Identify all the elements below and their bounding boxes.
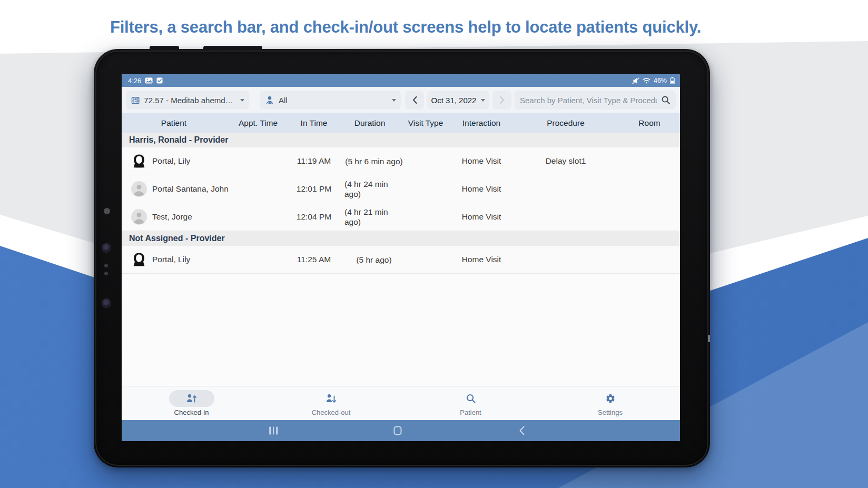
tab-label: Checked-in — [174, 409, 209, 416]
tab-settings[interactable]: Settings — [540, 386, 680, 420]
interaction-cell: Home Visit — [462, 255, 501, 264]
provider-dropdown-value: All — [279, 96, 288, 105]
search-input[interactable] — [520, 96, 657, 105]
tab-label: Checked-out — [312, 409, 351, 416]
status-bar: 4:26 — [122, 74, 680, 87]
patient-row[interactable]: Portal, Lily 11:19 AM (5 hr 6 min ago) H… — [122, 147, 680, 175]
duration-cell: (5 hr 6 min ago) — [344, 156, 403, 166]
patient-row[interactable]: Portal, Lily 11:25 AM (5 hr ago) Home Vi… — [122, 246, 680, 274]
front-camera-icon — [102, 243, 111, 253]
generic-avatar — [131, 209, 147, 225]
android-navigation-bar — [122, 420, 680, 441]
interaction-cell: Home Visit — [462, 212, 501, 222]
screenshot-icon — [145, 77, 153, 84]
front-sensor-icon — [104, 208, 110, 214]
provider-group-title: Not Assigned - Provider — [129, 234, 225, 243]
search-bar — [515, 91, 676, 109]
generic-avatar — [131, 181, 147, 197]
duration-cell: (5 hr ago) — [344, 255, 403, 265]
column-header-visit-type: Visit Type — [408, 118, 443, 128]
column-header-appt-time: Appt. Time — [239, 118, 278, 128]
chevron-down-icon — [481, 99, 485, 102]
table-header: Patient Appt. Time In Time Duration Visi… — [122, 113, 680, 133]
battery-icon — [670, 77, 675, 84]
column-header-interaction: Interaction — [462, 118, 500, 128]
patient-name: Test, Jorge — [152, 212, 192, 222]
tab-checked-in[interactable]: Checked-in — [122, 386, 261, 420]
gear-icon — [605, 393, 616, 404]
sim-tray — [708, 335, 710, 342]
patient-row[interactable]: Portal Santana, John 12:01 PM (4 hr 24 m… — [122, 175, 680, 203]
battery-percent: 46% — [654, 77, 667, 84]
mute-icon — [632, 77, 639, 84]
tablet-screen: 4:26 — [122, 74, 680, 441]
chevron-down-icon — [392, 99, 396, 102]
facility-dropdown[interactable]: 72.57 - Meditab ahemdaba... — [126, 91, 249, 109]
duration-cell: (4 hr 21 min ago) — [344, 207, 396, 227]
provider-dropdown[interactable]: All — [260, 91, 401, 109]
in-time-cell: 11:19 AM — [297, 156, 331, 166]
column-header-room: Room — [638, 118, 660, 128]
facility-dropdown-value: 72.57 - Meditab ahemdaba... — [144, 96, 236, 105]
female-avatar — [131, 153, 147, 169]
column-header-procedure: Procedure — [547, 118, 585, 128]
provider-group-header: Harris, Ronald - Provider — [122, 133, 680, 147]
wifi-icon — [643, 77, 650, 84]
hospital-building-icon — [131, 95, 140, 105]
in-time-cell: 12:04 PM — [297, 212, 331, 222]
person-check-out-icon — [325, 393, 337, 404]
column-header-in-time: In Time — [301, 118, 328, 128]
date-picker-value: Oct 31, 2022 — [431, 96, 477, 105]
checkbox-notification-icon — [156, 77, 163, 84]
search-icon[interactable] — [661, 95, 670, 105]
patients-icon — [264, 95, 275, 105]
in-time-cell: 11:25 AM — [297, 255, 331, 264]
person-check-in-icon — [185, 393, 198, 404]
provider-group-header: Not Assigned - Provider — [122, 231, 680, 246]
procedure-cell: Delay slot1 — [546, 156, 586, 166]
page-title: Filters, a search bar, and check-in/out … — [0, 18, 811, 37]
patient-name: Portal, Lily — [152, 255, 190, 264]
column-header-patient: Patient — [161, 118, 186, 128]
interaction-cell: Home Visit — [462, 184, 501, 194]
status-time: 4:26 — [128, 77, 141, 85]
tab-patient[interactable]: Patient — [401, 386, 540, 420]
recent-apps-button[interactable] — [269, 427, 278, 435]
patient-name: Portal Santana, John — [152, 184, 229, 194]
filter-toolbar: 72.57 - Meditab ahemdaba... All — [122, 87, 680, 113]
previous-day-button[interactable] — [405, 91, 424, 109]
home-button[interactable] — [394, 426, 402, 435]
patient-row[interactable]: Test, Jorge 12:04 PM (4 hr 21 min ago) H… — [122, 203, 680, 231]
female-avatar — [131, 252, 147, 267]
next-day-button[interactable] — [492, 91, 511, 109]
in-time-cell: 12:01 PM — [297, 184, 331, 194]
page: Filters, a search bar, and check-in/out … — [0, 0, 868, 488]
sensor-dot-icon — [104, 272, 108, 275]
chevron-left-icon — [412, 96, 418, 104]
tablet-device-frame: 4:26 — [94, 49, 710, 467]
back-chevron-icon — [519, 426, 525, 435]
search-icon — [466, 393, 476, 404]
tab-label: Patient — [460, 409, 481, 416]
back-button[interactable] — [519, 426, 525, 435]
provider-group-title: Harris, Ronald - Provider — [129, 135, 229, 145]
chevron-right-icon — [499, 96, 505, 104]
interaction-cell: Home Visit — [462, 156, 501, 166]
bottom-tab-bar: Checked-in Checked-out — [122, 386, 680, 420]
tab-label: Settings — [598, 409, 623, 416]
patient-name: Portal, Lily — [152, 156, 190, 166]
column-header-duration: Duration — [354, 118, 386, 128]
front-camera-icon — [102, 298, 111, 308]
tab-checked-out[interactable]: Checked-out — [261, 386, 401, 420]
duration-cell: (4 hr 24 min ago) — [344, 179, 396, 199]
date-picker[interactable]: Oct 31, 2022 — [427, 91, 489, 109]
sensor-dot-icon — [104, 264, 108, 267]
chevron-down-icon — [240, 99, 244, 102]
